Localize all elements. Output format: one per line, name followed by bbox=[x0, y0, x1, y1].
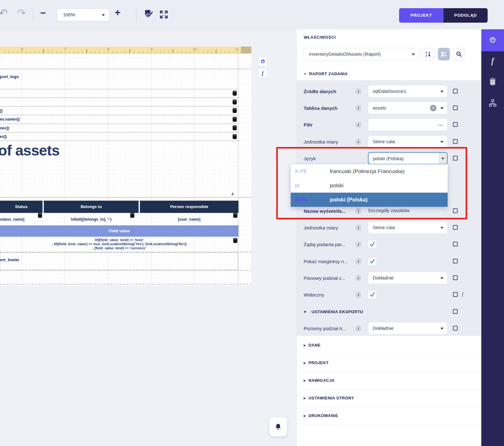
report-design-canvas[interactable]: port_logo ]) es.names]) nes]) es]) of as… bbox=[0, 54, 251, 285]
sidebar-item-field-list[interactable] bbox=[481, 77, 504, 86]
band-expressions-button[interactable]: f bbox=[258, 69, 267, 78]
property-checkbox[interactable] bbox=[453, 156, 458, 161]
property-checkbox[interactable] bbox=[453, 259, 458, 263]
horizontal-split-dropdown[interactable]: Dokładnie bbox=[368, 322, 448, 335]
property-checkbox[interactable] bbox=[453, 208, 458, 213]
formula-icon[interactable]: f bbox=[462, 291, 464, 297]
vertical-split-dropdown[interactable]: Dokładnie bbox=[368, 272, 448, 284]
language-option-pl-pl-selected[interactable]: pl-PL polski (Polska) bbox=[291, 193, 448, 207]
search-properties-button[interactable] bbox=[453, 48, 465, 60]
property-checkbox[interactable] bbox=[453, 225, 458, 230]
info-icon[interactable]: i bbox=[355, 105, 362, 111]
design-mode-button[interactable]: PROJEKT bbox=[399, 8, 444, 23]
band-settings-button[interactable] bbox=[258, 57, 267, 66]
report-field-row[interactable] bbox=[0, 98, 238, 106]
report-field-row[interactable]: es.names]) bbox=[0, 115, 238, 123]
horizontal-ruler: 6 7 8 9 10 11 bbox=[0, 47, 251, 54]
table-header-cell[interactable]: Person responsible bbox=[140, 201, 238, 213]
ruler-major-ticks bbox=[1, 49, 239, 53]
info-icon[interactable]: i bbox=[355, 121, 362, 128]
filter-input[interactable]: ... bbox=[368, 118, 448, 131]
info-icon[interactable]: i bbox=[355, 224, 362, 231]
property-label: Widoczny bbox=[304, 288, 353, 301]
sidebar-item-properties[interactable] bbox=[481, 29, 504, 51]
gear-icon bbox=[489, 36, 497, 44]
formula-icon: f bbox=[491, 56, 494, 66]
field-expression-text: ]) bbox=[0, 109, 3, 113]
request-parameters-checkbox[interactable] bbox=[368, 240, 377, 249]
table-cell-value[interactable]: status_name] bbox=[0, 217, 24, 222]
visible-checkbox[interactable] bbox=[368, 290, 377, 299]
property-checkbox[interactable] bbox=[453, 309, 458, 314]
section-drukowanie[interactable]: ▶DRUKOWANIE bbox=[297, 407, 482, 425]
ellipsis-button[interactable]: ... bbox=[438, 121, 443, 127]
info-icon[interactable]: i bbox=[355, 138, 362, 145]
report-field-row[interactable] bbox=[0, 89, 238, 98]
export-settings-section[interactable]: ▶USTAWIENIA EKSPORTU bbox=[304, 305, 383, 318]
sidebar-item-report-structure[interactable] bbox=[481, 99, 504, 107]
field-value-band[interactable]: Field value bbox=[0, 225, 238, 237]
data-source-dropdown[interactable]: sqlDataSource1 bbox=[368, 85, 448, 98]
sidebar-item-expressions[interactable]: f bbox=[481, 56, 504, 66]
validate-report-icon[interactable] bbox=[142, 9, 153, 21]
property-checkbox[interactable] bbox=[453, 122, 458, 127]
report-logo-cell[interactable]: port_logo bbox=[0, 74, 19, 79]
property-checkbox[interactable] bbox=[453, 275, 458, 280]
undo-icon[interactable]: ↶ bbox=[0, 8, 8, 18]
measure-unit-dropdown-2[interactable]: Setne cala bbox=[368, 221, 448, 234]
property-checkbox[interactable] bbox=[453, 326, 458, 330]
report-field-row[interactable]: es]) bbox=[0, 132, 238, 141]
data-member-dropdown[interactable]: assets ✕ bbox=[368, 102, 448, 114]
info-icon[interactable]: i bbox=[355, 275, 362, 281]
info-icon[interactable]: i bbox=[355, 241, 362, 248]
group-by-category-button[interactable] bbox=[438, 48, 450, 60]
report-footer-cell[interactable]: ort_footer bbox=[0, 257, 19, 262]
display-name-value[interactable]: Szczegóły zasobów bbox=[368, 208, 410, 213]
data-field-icon bbox=[232, 99, 237, 105]
report-field-row[interactable]: ]) bbox=[0, 106, 238, 115]
field-value-expression[interactable]: Iif([field_value_kind] == 'bool' , Iif([… bbox=[0, 238, 238, 250]
notifications-button[interactable] bbox=[269, 417, 287, 436]
section-raport-zadania[interactable]: ▼ RAPORT ZADANIA bbox=[304, 71, 348, 76]
info-icon[interactable]: i bbox=[355, 88, 362, 95]
element-selector-dropdown[interactable]: InventoryDetailsOfAssets (Raport) bbox=[304, 48, 420, 60]
report-title-text[interactable]: of assets bbox=[0, 142, 60, 159]
sort-alphabetical-button[interactable]: AZ bbox=[422, 48, 434, 60]
redo-icon[interactable]: ↷ bbox=[17, 8, 26, 18]
section-ustawienia-strony[interactable]: ▶USTAWIENIA STRONY bbox=[297, 389, 482, 407]
table-cell-value[interactable]: [user_name] bbox=[140, 217, 238, 222]
property-row-data-member: Tablica danych i assets ✕ bbox=[297, 102, 482, 114]
zoom-level-select[interactable]: 100% bbox=[57, 8, 110, 21]
language-dropdown[interactable]: polski (Polska) bbox=[368, 152, 448, 165]
clear-icon[interactable]: ✕ bbox=[430, 105, 437, 111]
panel-title: WŁAŚCIWOŚCI bbox=[304, 35, 336, 40]
property-checkbox[interactable] bbox=[453, 139, 458, 144]
report-footer-band[interactable] bbox=[0, 252, 238, 270]
table-header-cell[interactable]: Belongs to bbox=[44, 201, 139, 213]
section-dane[interactable]: ▶DANE bbox=[297, 336, 482, 354]
info-icon[interactable]: i bbox=[355, 291, 362, 298]
report-field-row[interactable]: nes]) bbox=[0, 124, 238, 132]
svg-text:Z: Z bbox=[426, 54, 427, 57]
info-icon[interactable]: i bbox=[355, 208, 362, 214]
table-cell-value[interactable]: IsNull([belongs_to], '-') bbox=[44, 217, 139, 222]
info-icon[interactable]: i bbox=[355, 258, 362, 265]
section-nawigacja[interactable]: ▶NAWIGACJA bbox=[297, 372, 482, 389]
table-header-cell[interactable]: Status bbox=[0, 201, 43, 213]
expression-line: Iif([field_value_kind] == 'bool' bbox=[0, 238, 238, 242]
property-checkbox[interactable] bbox=[453, 242, 458, 246]
property-checkbox[interactable] bbox=[453, 105, 458, 110]
preview-mode-button[interactable]: PODGLĄD bbox=[444, 8, 488, 23]
fullscreen-icon[interactable] bbox=[159, 9, 169, 21]
property-checkbox[interactable] bbox=[453, 89, 458, 93]
show-margins-checkbox[interactable] bbox=[368, 257, 377, 266]
language-option-pl[interactable]: pl polski bbox=[291, 178, 448, 193]
language-option-fr-pf[interactable]: fr-PF francuski (Polinezja Francuska) bbox=[291, 164, 448, 178]
info-icon[interactable]: i bbox=[355, 325, 362, 332]
dropdown-caret-button[interactable] bbox=[439, 153, 447, 164]
measure-unit-dropdown[interactable]: Setne cala bbox=[368, 135, 448, 148]
property-checkbox[interactable] bbox=[453, 292, 458, 297]
section-projekt[interactable]: ▶PROJEKT bbox=[297, 354, 482, 372]
zoom-out-button[interactable]: − bbox=[40, 8, 46, 18]
zoom-in-button[interactable]: + bbox=[115, 8, 121, 17]
